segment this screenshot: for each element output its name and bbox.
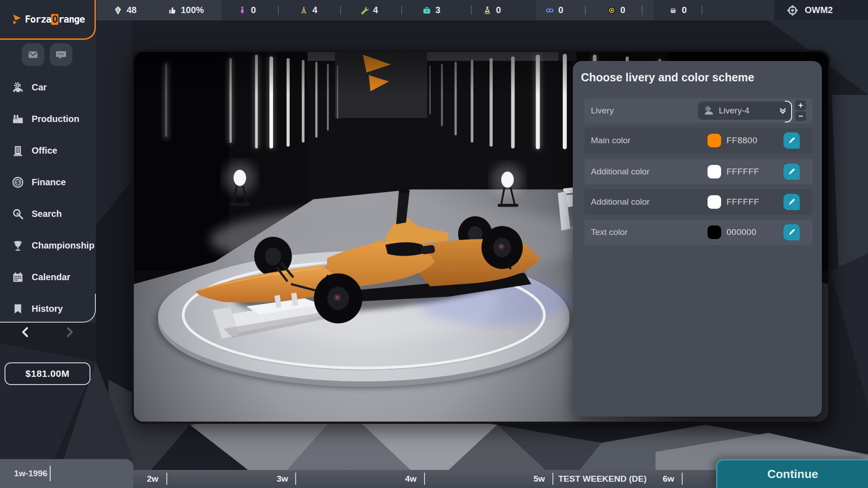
stat-separator: [278, 5, 278, 15]
nav-back-button[interactable]: [17, 324, 33, 340]
sidebar-item-label: Office: [32, 145, 57, 156]
week-label: 3w: [277, 470, 288, 488]
orange-arrow-icon: [12, 14, 22, 25]
tower-icon: [299, 6, 308, 15]
stat-mechanics: 4: [360, 0, 378, 20]
sidebar-item-search[interactable]: Search: [0, 198, 96, 230]
edit-color-button[interactable]: [783, 224, 800, 240]
color-swatch[interactable]: [708, 225, 721, 239]
stat-value: 0: [682, 5, 687, 15]
edit-color-button[interactable]: [783, 164, 800, 180]
app-window: 48 100% 0 4 4 3 0 0: [0, 0, 868, 488]
stat-separator: [401, 5, 402, 15]
edit-color-button[interactable]: [783, 132, 800, 149]
color-swatch[interactable]: [708, 134, 721, 147]
budget-display: $181.00M: [5, 362, 90, 385]
engine-icon: [669, 6, 678, 15]
sidebar-item-office[interactable]: Office: [0, 135, 96, 166]
sidebar-item-production[interactable]: Production: [0, 103, 96, 135]
sidebar-item-calendar[interactable]: Calendar: [0, 261, 96, 293]
week-tick: [295, 473, 296, 485]
thumbs-up-icon: [168, 6, 177, 15]
livery-panel: Choose livery and color scheme Livery Li…: [573, 61, 822, 417]
color-row-text: Text color 000000: [585, 220, 812, 245]
steering-wheel-icon: [787, 5, 798, 16]
calendar-icon: [12, 271, 24, 283]
sidebar-item-car[interactable]: Car: [0, 71, 96, 103]
message-buttons: [22, 43, 72, 66]
sidebar-nav: Car Production Office $ Finance Search C…: [0, 71, 96, 324]
week-tick: [552, 473, 553, 485]
stat-research: 0: [483, 0, 501, 20]
livery-decrease-button[interactable]: −: [795, 111, 806, 121]
sidebar-item-label: Championship: [32, 240, 94, 251]
car-icon: [12, 81, 24, 94]
flask-icon: [483, 6, 492, 15]
sidebar-item-label: Finance: [32, 177, 66, 188]
livery-increase-button[interactable]: +: [795, 100, 806, 110]
week-label: 4w: [405, 470, 416, 488]
color-hex-value: FFFFFF: [726, 159, 760, 184]
stat-gems: 48: [113, 0, 137, 20]
stat-separator: [642, 5, 642, 15]
stat-drivers: 0: [545, 0, 563, 20]
app-logo: ForzaOrange: [0, 0, 96, 40]
continue-button[interactable]: Continue: [716, 459, 868, 488]
sidebar-item-label: Car: [32, 82, 47, 93]
stat-tires: 0: [607, 0, 625, 20]
week-label: 2w: [147, 470, 158, 488]
row-label: Main color: [591, 128, 631, 153]
svg-text:$: $: [16, 179, 19, 186]
wrench-icon: [360, 6, 369, 15]
nav-forward-button[interactable]: [62, 324, 78, 340]
sidebar-item-history[interactable]: History: [0, 293, 96, 324]
stat-engines: 0: [669, 0, 687, 20]
livery-stepper: + −: [795, 100, 806, 121]
week-tick: [682, 473, 683, 485]
chat-button[interactable]: [50, 43, 72, 66]
gem-icon: [113, 6, 123, 15]
tie-icon: [238, 6, 247, 15]
sidebar-item-label: Calendar: [32, 272, 71, 282]
stat-approval: 100%: [168, 0, 204, 20]
week-event-label: TEST WEEKEND (DE): [558, 470, 646, 488]
stat-separator: [702, 5, 702, 15]
color-row-additional-2: Additional color FFFFFF: [585, 189, 812, 215]
stat-staff: 3: [422, 0, 440, 20]
stat-sponsors: 0: [238, 0, 256, 20]
mail-button[interactable]: [22, 43, 44, 66]
trophy-icon: [12, 239, 24, 252]
sidebar-item-finance[interactable]: $ Finance: [0, 166, 96, 198]
car-gear-icon: [703, 105, 714, 116]
stat-value: 0: [620, 5, 625, 15]
user-profile-button[interactable]: OWM2: [774, 0, 868, 20]
mail-icon: [27, 49, 39, 61]
color-swatch[interactable]: [708, 165, 721, 178]
current-week-box: 1w-1996: [0, 459, 133, 488]
livery-dropdown-value: Livery-4: [719, 106, 774, 116]
color-swatch[interactable]: [708, 195, 721, 209]
office-icon: [12, 145, 24, 157]
color-hex-value: 000000: [726, 220, 756, 245]
sidebar-item-championship[interactable]: Championship: [0, 230, 96, 261]
stat-separator: [471, 5, 472, 15]
factory-icon: [12, 113, 24, 125]
search-icon: [12, 208, 24, 220]
finance-icon: $: [12, 176, 24, 188]
stat-value: 0: [558, 5, 563, 15]
sidebar-item-label: Production: [32, 114, 80, 124]
stat-engineers: 4: [299, 0, 317, 20]
stat-value: 3: [435, 5, 440, 15]
sidebar-item-label: History: [32, 304, 63, 314]
briefcase-icon: [422, 6, 431, 15]
week-tick: [166, 473, 167, 485]
color-hex-value: FF8800: [726, 128, 757, 153]
edit-color-button[interactable]: [783, 194, 800, 210]
week-label: 5w: [533, 470, 545, 488]
top-status-bar: 48 100% 0 4 4 3 0 0: [0, 0, 868, 20]
stat-separator: [340, 5, 341, 15]
chat-icon: [55, 49, 67, 61]
livery-dropdown[interactable]: Livery-4: [698, 102, 791, 120]
goggles-icon: [545, 6, 554, 15]
stat-value: 0: [496, 5, 501, 15]
